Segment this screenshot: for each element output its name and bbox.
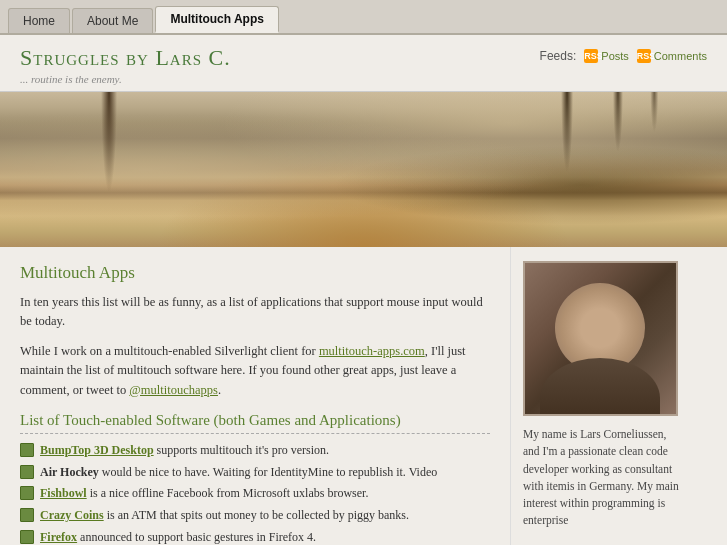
list-item: Firefox announced to support basic gestu… [20,529,490,545]
author-photo [523,261,678,416]
list-item-text: Air Hockey would be nice to have. Waitin… [40,464,437,481]
comments-feed-label: Comments [654,50,707,62]
sidebar: My name is Lars Corneliussen, and I'm a … [510,247,695,545]
feeds-area: Feeds: RSS Posts RSS Comments [540,45,707,63]
list-item-text: Fishbowl is a nice offline Facebook from… [40,485,368,502]
rss-comments-icon: RSS [637,49,651,63]
list-bullet-icon [20,530,34,544]
tab-about-me[interactable]: About Me [72,8,153,33]
article-body: In ten years this list will be as funny,… [20,293,490,400]
multitouch-apps-link[interactable]: multitouch-apps.com [319,344,425,358]
bumptop-link[interactable]: BumpTop 3D Desktop [40,443,154,457]
tab-multitouch-apps[interactable]: Multitouch Apps [155,6,279,33]
hero-image [0,92,727,247]
twitter-link[interactable]: @multitouchapps [129,383,218,397]
list-item-text: Firefox announced to support basic gestu… [40,529,316,545]
content-area: Multitouch Apps In ten years this list w… [0,247,510,545]
site-tagline: ... routine is the enemy. [20,73,231,85]
intro-paragraph-2: While I work on a multitouch-enabled Sil… [20,342,490,400]
author-bio: My name is Lars Corneliussen, and I'm a … [523,426,683,530]
list-item-text: Crazy Coins is an ATM that spits out mon… [40,507,409,524]
site-header: Struggles by Lars C. ... routine is the … [0,35,727,92]
comments-feed-link[interactable]: RSS Comments [637,49,707,63]
software-list: BumpTop 3D Desktop supports multitouch i… [20,442,490,545]
list-item: Air Hockey would be nice to have. Waitin… [20,464,490,481]
site-title: Struggles by Lars C. [20,45,231,71]
fishbowl-link[interactable]: Fishbowl [40,486,87,500]
list-bullet-icon [20,508,34,522]
crazy-coins-link[interactable]: Crazy Coins [40,508,104,522]
intro-paragraph-1: In ten years this list will be as funny,… [20,293,490,332]
list-item: Crazy Coins is an ATM that spits out mon… [20,507,490,524]
posts-feed-link[interactable]: RSS Posts [584,49,629,63]
list-item: Fishbowl is a nice offline Facebook from… [20,485,490,502]
tab-home[interactable]: Home [8,8,70,33]
list-item-text: BumpTop 3D Desktop supports multitouch i… [40,442,329,459]
firefox-link[interactable]: Firefox [40,530,77,544]
rss-icon: RSS [584,49,598,63]
site-branding: Struggles by Lars C. ... routine is the … [20,45,231,85]
list-bullet-icon [20,465,34,479]
intro2-end: . [218,383,221,397]
main-wrapper: Multitouch Apps In ten years this list w… [0,247,727,545]
list-item: BumpTop 3D Desktop supports multitouch i… [20,442,490,459]
navigation-tabs: Home About Me Multitouch Apps [0,0,727,35]
feeds-label: Feeds: [540,49,577,63]
article-title: Multitouch Apps [20,263,490,283]
intro2-before: While I work on a multitouch-enabled Sil… [20,344,319,358]
posts-feed-label: Posts [601,50,629,62]
air-hockey-name: Air Hockey [40,465,99,479]
list-bullet-icon [20,486,34,500]
list-bullet-icon [20,443,34,457]
list-section-title: List of Touch-enabled Software (both Gam… [20,412,490,434]
